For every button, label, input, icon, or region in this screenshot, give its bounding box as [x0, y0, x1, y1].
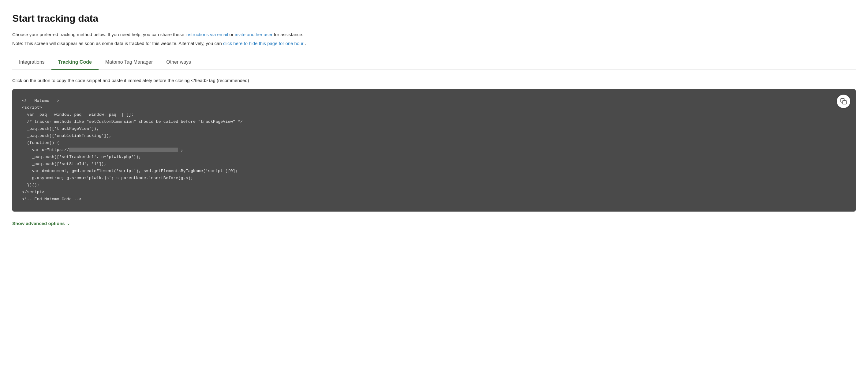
- page-title: Start tracking data: [12, 11, 856, 26]
- intro-line1: Choose your preferred tracking method be…: [12, 31, 856, 38]
- tab-other-ways[interactable]: Other ways: [159, 55, 198, 70]
- invite-user-link[interactable]: invite another user: [235, 32, 272, 37]
- note-prefix: Note: This screen will disappear as soon…: [12, 41, 223, 46]
- code-snippet: <!-- Matomo --> <script> var _paq = wind…: [22, 98, 846, 203]
- show-advanced-options-button[interactable]: Show advanced options ⌄: [12, 221, 70, 226]
- chevron-down-icon: ⌄: [67, 221, 70, 226]
- redacted-url: [69, 148, 178, 152]
- tab-tracking-code[interactable]: Tracking Code: [52, 55, 98, 70]
- copy-code-button[interactable]: [837, 95, 850, 108]
- tabs-bar: Integrations Tracking Code Matomo Tag Ma…: [12, 55, 856, 70]
- instructions-email-link[interactable]: instructions via email: [185, 32, 228, 37]
- tab-integrations[interactable]: Integrations: [12, 55, 52, 70]
- intro-prefix: Choose your preferred tracking method be…: [12, 32, 185, 37]
- hide-page-link[interactable]: click here to hide this page for one hou…: [223, 41, 304, 46]
- copy-icon: [840, 98, 847, 105]
- advanced-options-label: Show advanced options: [12, 221, 65, 226]
- instruction-text: Click on the button to copy the code sni…: [12, 77, 856, 84]
- intro-middle: or: [229, 32, 235, 37]
- note-suffix: .: [305, 41, 306, 46]
- tab-matomo-tag-manager[interactable]: Matomo Tag Manager: [98, 55, 159, 70]
- note-line: Note: This screen will disappear as soon…: [12, 40, 856, 47]
- svg-rect-0: [843, 100, 846, 104]
- intro-suffix: for assistance.: [274, 32, 304, 37]
- code-block-container: <!-- Matomo --> <script> var _paq = wind…: [12, 89, 856, 211]
